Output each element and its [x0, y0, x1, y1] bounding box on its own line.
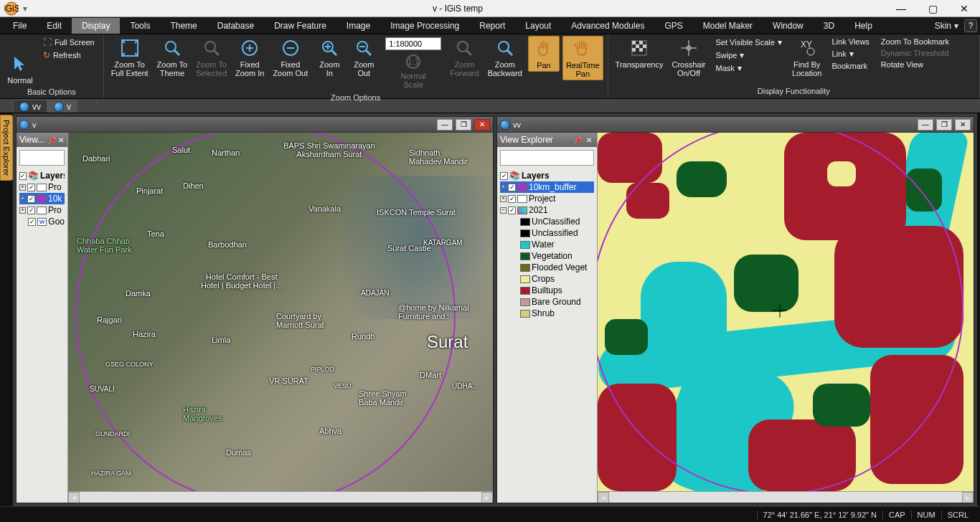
legend-label: Bare Ground [532, 297, 581, 307]
zoom-out-button[interactable]: Zoom Out [348, 36, 380, 79]
crosshair-icon [678, 37, 699, 59]
zoom-backward-button[interactable]: Zoom Backward [485, 36, 525, 79]
menu-report[interactable]: Report [469, 18, 515, 34]
link-menu[interactable]: Link ▾ [827, 47, 873, 60]
rotate-view-button[interactable]: Rotate View [877, 59, 953, 70]
window-title-bar-right[interactable]: vv — ❐ ✕ [497, 117, 974, 133]
minimize-button[interactable]: — [885, 0, 917, 17]
menu-layout[interactable]: Layout [515, 18, 561, 34]
svg-line-12 [366, 50, 371, 55]
find-by-location-button[interactable]: XYFind By Location [789, 36, 825, 79]
restore-icon[interactable]: ❐ [456, 119, 471, 130]
maximize-button[interactable]: ▢ [917, 0, 948, 17]
legend-item[interactable]: Water [500, 239, 594, 250]
menu-gps[interactable]: GPS [654, 18, 692, 34]
zoom-bookmark-button[interactable]: Zoom To Bookmark [877, 36, 953, 47]
explorer-header-left[interactable]: View...📌✕ [17, 133, 67, 147]
layer-tree-left[interactable]: ✓📚Layers +✓Pro +✓10k +✓Pro ✓WGoo [17, 169, 67, 229]
crosshair-button[interactable]: Crosshair On/Off [669, 36, 708, 79]
svg-line-4 [174, 50, 179, 55]
transparency-button[interactable]: Transparency [613, 36, 666, 70]
refresh-button[interactable]: ↻Refresh [39, 49, 99, 62]
menu-window[interactable]: Window [763, 18, 814, 34]
zoom-full-extent-button[interactable]: Zoom To Full Extent [108, 36, 151, 79]
xy-icon: XY [796, 37, 818, 59]
close-icon[interactable]: ✕ [474, 119, 490, 130]
legend-item[interactable]: Flooded Veget [500, 262, 594, 273]
map-canvas-left[interactable]: Dabhari Salut Narthan BAPS Shri Swaminar… [68, 133, 493, 503]
legend-item[interactable]: Bare Ground [500, 296, 594, 308]
legend-item[interactable]: Shrub [500, 308, 594, 319]
swipe-menu[interactable]: Swipe ▾ [712, 49, 786, 62]
menu-advanced-modules[interactable]: Advanced Modules [561, 18, 654, 34]
horizontal-scrollbar[interactable]: ◄ ► [68, 491, 493, 503]
scroll-right-icon[interactable]: ► [962, 492, 974, 503]
link-views-button[interactable]: Link Views [827, 36, 873, 47]
close-icon[interactable]: ✕ [57, 135, 65, 145]
fullscreen-button[interactable]: ⛶Full Screen [39, 36, 99, 49]
normal-button[interactable]: Normal [4, 36, 36, 86]
map-canvas-right[interactable]: ◄ ► [598, 133, 974, 503]
scale-input[interactable] [385, 37, 441, 50]
scroll-left-icon[interactable]: ◄ [598, 492, 609, 503]
fixed-zoom-out-button[interactable]: Fixed Zoom Out [270, 36, 311, 79]
menu-tools[interactable]: Tools [120, 18, 160, 34]
menu-model-maker[interactable]: Model Maker [693, 18, 763, 34]
menu-image[interactable]: Image [336, 18, 380, 34]
menu-edit[interactable]: Edit [37, 18, 72, 34]
menu-display[interactable]: Display [72, 18, 120, 34]
close-icon[interactable]: ✕ [584, 135, 594, 145]
bookmark-button[interactable]: Bookmark [827, 60, 873, 72]
doc-tab-v[interactable]: v [47, 100, 77, 113]
pin-icon[interactable]: 📌 [573, 135, 583, 145]
dynamic-threshold-button: Dynamic Threshold [877, 47, 953, 59]
explorer-dropdown-left[interactable] [19, 150, 65, 166]
qat-dropdown-icon[interactable]: ▾ [23, 4, 30, 14]
close-icon[interactable]: ✕ [955, 119, 971, 130]
legend-item[interactable]: UnClassified [500, 216, 594, 227]
menu-theme[interactable]: Theme [160, 18, 207, 34]
place-label: GUNDARDI [95, 430, 130, 437]
scroll-right-icon[interactable]: ► [481, 492, 493, 503]
zoom-in-button[interactable]: Zoom In [314, 36, 345, 79]
pan-button[interactable]: Pan [528, 36, 560, 72]
window-title-bar-left[interactable]: v — ❐ ✕ [17, 117, 493, 133]
status-cap: CAP [882, 511, 911, 519]
menu-draw-feature[interactable]: Draw Feature [264, 18, 336, 34]
globe-icon [500, 120, 510, 130]
place-label: Vanakala [308, 204, 341, 213]
legend-item[interactable]: Crops [500, 273, 594, 285]
help-icon[interactable]: ? [964, 19, 977, 32]
menu-image-processing[interactable]: Image Processing [380, 18, 469, 34]
explorer-dropdown-right[interactable] [500, 150, 594, 166]
normal-scale-button: 1:1Normal Scale [398, 52, 429, 90]
minimize-icon[interactable]: — [437, 119, 453, 130]
minimize-icon[interactable]: — [918, 119, 933, 130]
place-label: Rundh [352, 332, 374, 341]
fixed-zoom-in-button[interactable]: Fixed Zoom In [232, 36, 267, 79]
pin-icon[interactable]: 📌 [47, 135, 56, 145]
place-label: Damka [126, 289, 151, 298]
close-button[interactable]: ✕ [948, 0, 980, 17]
project-explorer-tab[interactable]: Project Explorer [0, 115, 13, 181]
menu-3d[interactable]: 3D [814, 18, 844, 34]
scroll-left-icon[interactable]: ◄ [68, 492, 80, 503]
legend-item[interactable]: Builtups [500, 285, 594, 296]
zoom-theme-button[interactable]: Zoom To Theme [154, 36, 191, 79]
restore-icon[interactable]: ❐ [936, 119, 952, 130]
visible-scale-menu[interactable]: Set Visible Scale ▾ [712, 36, 786, 49]
realtime-pan-button[interactable]: RealTime Pan [562, 36, 603, 80]
layer-tree-right[interactable]: ✓📚Layers +✓10km_buffer +✓Project −✓2021 … [497, 169, 597, 321]
group-label-basic: Basic Options [4, 86, 99, 99]
skin-selector[interactable]: Skin▾ [929, 18, 964, 34]
doc-tab-vv[interactable]: vv [13, 100, 47, 113]
menu-file[interactable]: File [3, 18, 37, 34]
horizontal-scrollbar[interactable]: ◄ ► [598, 491, 974, 503]
legend-item[interactable]: Unclassified [500, 227, 594, 239]
legend-item[interactable]: Vegetation [500, 250, 594, 262]
mask-menu[interactable]: Mask ▾ [712, 62, 786, 75]
explorer-header-right[interactable]: View Explorer📌✕ [497, 133, 597, 147]
menu-help[interactable]: Help [844, 18, 882, 34]
menu-database[interactable]: Database [207, 18, 264, 34]
fullscreen-icon: ⛶ [43, 37, 52, 47]
